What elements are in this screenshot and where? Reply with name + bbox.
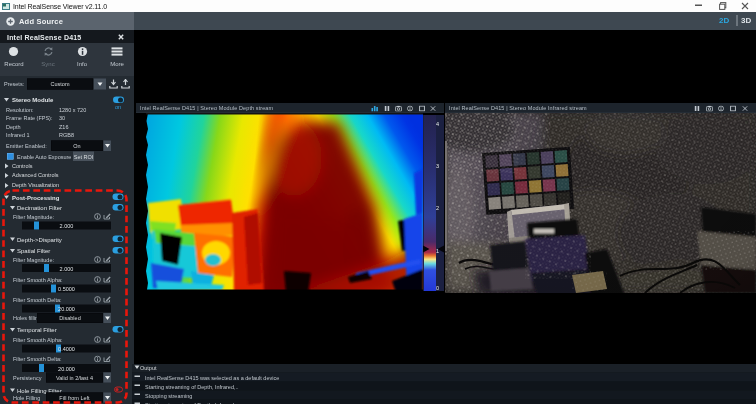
svg-text:0: 0 bbox=[436, 285, 439, 291]
svg-text:4: 4 bbox=[436, 121, 439, 127]
svg-text:2: 2 bbox=[436, 205, 439, 211]
svg-text:3: 3 bbox=[436, 163, 439, 169]
